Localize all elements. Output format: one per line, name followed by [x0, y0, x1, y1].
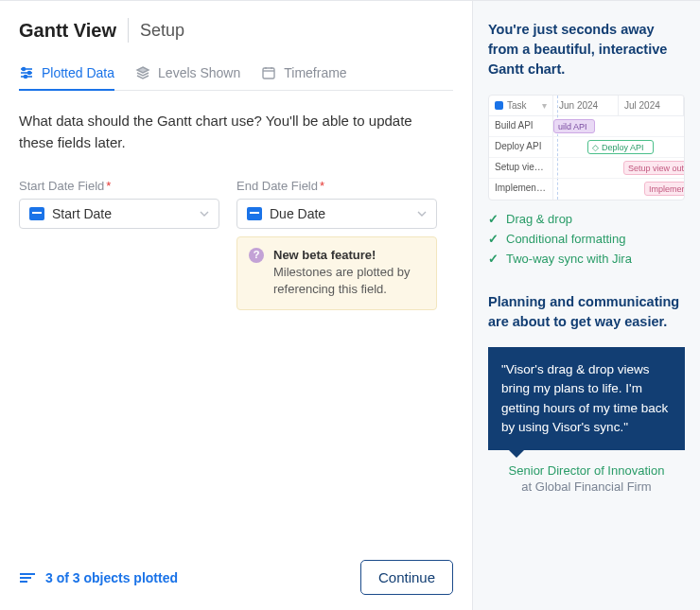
field-row: Start Date Field* Start Date End Date Fi… [19, 179, 453, 311]
gantt-bar: Implement I [644, 182, 685, 196]
footer-bar: 3 of 3 objects plotted Continue [19, 549, 453, 595]
notice-bold: New beta feature! [273, 248, 376, 262]
tab-levels-shown[interactable]: Levels Shown [135, 60, 240, 90]
sidebar-heading-1: You're just seconds away from a beautifu… [488, 20, 685, 79]
gantt-preview: Task ▾ Jun 2024 Jul 2024 Build API uild … [488, 95, 685, 200]
check-label: Conditional formatting [506, 232, 625, 246]
preview-row: Implement I… Implement I [489, 179, 684, 200]
start-date-field-group: Start Date Field* Start Date [19, 179, 219, 311]
preview-row: Deploy API Deploy API [489, 137, 684, 158]
sidebar-heading-2: Planning and communicating are about to … [488, 292, 685, 332]
chevron-down-icon [200, 209, 209, 218]
testimonial-quote: "Visor's drag & drop views bring my plan… [488, 347, 685, 450]
month-col: Jun 2024 [553, 96, 619, 115]
plot-status: 3 of 3 objects plotted [19, 570, 178, 585]
lane: uild API [553, 116, 684, 136]
page-title: Gantt View [19, 20, 116, 42]
calendar-icon [261, 65, 276, 80]
preview-row: Setup view o… Setup view outline [489, 158, 684, 179]
tab-label: Plotted Data [42, 65, 114, 80]
header-divider [128, 18, 129, 43]
help-icon: ? [249, 248, 264, 263]
chevron-down-icon [417, 209, 427, 218]
gantt-bar: uild API [553, 119, 595, 133]
preview-header: Task ▾ Jun 2024 Jul 2024 [489, 96, 684, 116]
notice-body: Milestones are plotted by referencing th… [273, 265, 411, 296]
month-col: Jul 2024 [619, 96, 684, 115]
check-icon: ✓ [488, 212, 499, 226]
square-icon [495, 101, 503, 110]
label-text: Start Date Field [19, 179, 104, 193]
svg-marker-6 [137, 67, 149, 73]
lane: Implement I [553, 179, 684, 200]
page-header: Gantt View Setup [19, 18, 453, 43]
lane: Setup view outline [553, 158, 684, 178]
layers-icon [135, 65, 150, 80]
row-label: Build API [489, 116, 553, 136]
task-header-text: Task [507, 100, 527, 111]
check-icon: ✓ [488, 252, 499, 266]
preview-row: Build API uild API [489, 116, 684, 137]
attribution-role: Senior Director of Innovation [488, 463, 685, 478]
svg-point-3 [23, 68, 26, 71]
check-item: ✓ Drag & drop [488, 212, 685, 226]
feature-checks: ✓ Drag & drop ✓ Conditional formatting ✓… [488, 212, 685, 266]
row-label: Deploy API [489, 137, 553, 157]
prompt-text: What data should the Gantt chart use? Yo… [19, 110, 435, 154]
end-date-label: End Date Field* [236, 179, 437, 193]
check-label: Two-way sync with Jira [506, 252, 632, 266]
gantt-bar: Deploy API [587, 140, 654, 154]
sliders-icon [19, 65, 34, 80]
svg-point-4 [28, 72, 31, 75]
tab-plotted-data[interactable]: Plotted Data [19, 60, 114, 90]
preview-task-header: Task ▾ [489, 96, 553, 115]
status-text: 3 of 3 objects plotted [45, 570, 178, 585]
check-label: Drag & drop [506, 212, 572, 226]
status-icon [19, 571, 36, 584]
continue-button[interactable]: Continue [360, 560, 453, 595]
select-value: Due Date [270, 206, 325, 221]
svg-rect-7 [263, 68, 274, 78]
start-date-select[interactable]: Start Date [19, 199, 219, 229]
beta-notice: ? New beta feature! Milestones are plott… [236, 236, 437, 311]
check-item: ✓ Conditional formatting [488, 232, 685, 246]
check-icon: ✓ [488, 232, 499, 246]
tab-label: Levels Shown [158, 65, 240, 80]
tab-timeframe[interactable]: Timeframe [261, 60, 346, 90]
gantt-bar: Setup view outline [623, 161, 685, 175]
required-mark: * [320, 179, 324, 193]
select-value: Start Date [52, 206, 112, 221]
end-date-select[interactable]: Due Date [236, 199, 437, 229]
check-item: ✓ Two-way sync with Jira [488, 252, 685, 266]
required-mark: * [106, 179, 111, 193]
lane: Deploy API [553, 137, 684, 157]
row-label: Setup view o… [489, 158, 553, 178]
date-icon [29, 207, 44, 220]
info-sidebar: You're just seconds away from a beautifu… [473, 1, 700, 610]
svg-point-5 [25, 76, 27, 78]
testimonial-attribution: Senior Director of Innovation at Global … [488, 463, 685, 494]
date-icon [247, 207, 262, 220]
chevron-down-icon: ▾ [542, 100, 547, 111]
start-date-label: Start Date Field* [19, 179, 219, 193]
attribution-org: at Global Financial Firm [488, 479, 685, 494]
end-date-field-group: End Date Field* Due Date ? New beta feat… [236, 179, 437, 311]
tab-label: Timeframe [284, 65, 346, 80]
notice-text: New beta feature! Milestones are plotted… [273, 247, 425, 299]
main-panel: Gantt View Setup Plotted Data [0, 1, 473, 610]
row-label: Implement I… [489, 179, 553, 200]
setup-tabs: Plotted Data Levels Shown Timeframe [19, 60, 453, 91]
page-subtitle: Setup [140, 21, 184, 41]
label-text: End Date Field [236, 179, 318, 193]
